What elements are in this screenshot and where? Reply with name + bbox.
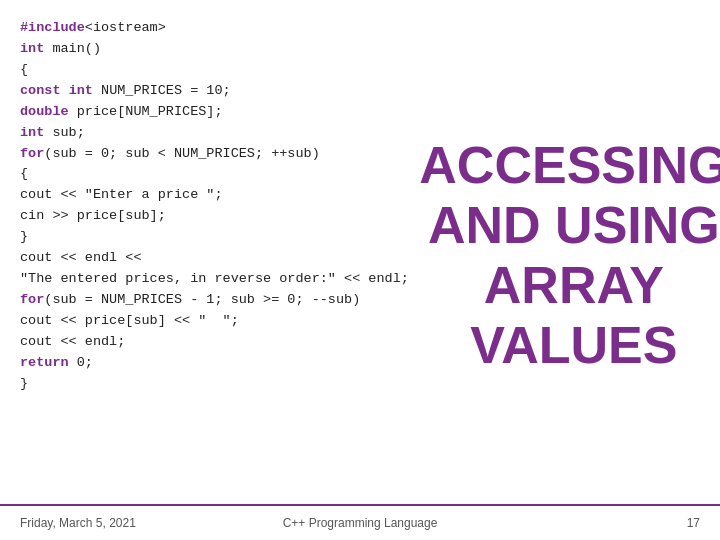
include-keyword: #include: [20, 20, 85, 35]
title-line4: VALUES: [470, 316, 677, 374]
footer: Friday, March 5, 2021 C++ Programming La…: [0, 504, 720, 540]
slide-title: ACCESSING AND USING ARRAY VALUES: [419, 136, 720, 375]
double-keyword: double: [20, 104, 69, 119]
footer-course: C++ Programming Language: [247, 516, 474, 530]
slide: #include<iostream> int main() { const in…: [0, 0, 720, 540]
title-line3: ARRAY: [484, 256, 664, 314]
int-keyword-1: int: [20, 41, 44, 56]
code-block: #include<iostream> int main() { const in…: [20, 18, 409, 395]
code-panel: #include<iostream> int main() { const in…: [20, 18, 429, 494]
const-keyword: const: [20, 83, 61, 98]
main-content: #include<iostream> int main() { const in…: [0, 0, 720, 504]
for-keyword-1: for: [20, 146, 44, 161]
footer-page: 17: [473, 516, 700, 530]
return-keyword: return: [20, 355, 69, 370]
for-keyword-2: for: [20, 292, 44, 307]
title-panel: ACCESSING AND USING ARRAY VALUES: [429, 18, 719, 494]
int-keyword-2: int: [69, 83, 93, 98]
title-line1: ACCESSING: [419, 136, 720, 194]
footer-date: Friday, March 5, 2021: [20, 516, 247, 530]
int-keyword-3: int: [20, 125, 44, 140]
title-line2: AND USING: [428, 196, 720, 254]
